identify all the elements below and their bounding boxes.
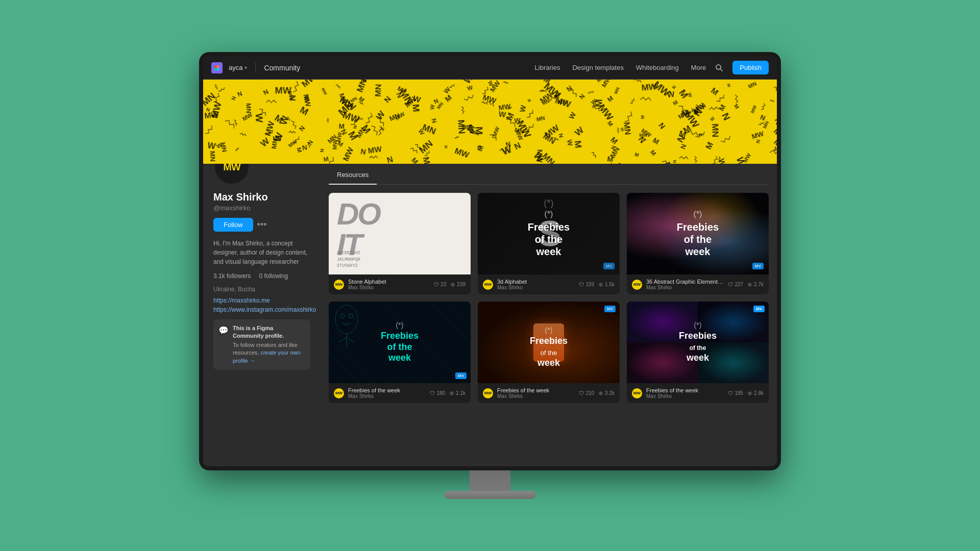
svg-point-11	[451, 392, 453, 394]
card-thumbnail: (*) Freebiesof theweek MV	[478, 302, 620, 383]
resource-card[interactable]: (*) Freebiesof theweek MV MW Freebies of…	[329, 302, 471, 403]
freebies-label: (*) Freebiesof theweek	[329, 302, 471, 383]
nav-links: Libraries Design templates Whiteboarding…	[535, 64, 706, 71]
card-author-avatar: MW	[632, 280, 642, 290]
freebies-label: (*) Freebiesof theweek	[627, 302, 769, 383]
navbar: ayca ▾ Community Libraries Design templa…	[203, 56, 777, 80]
monitor-stand-base	[444, 491, 536, 499]
card-meta: MW Freebies of the week Max Shirko 210	[478, 383, 620, 403]
card-info: Stone Alphabet Max Shirko	[348, 279, 430, 290]
card-thumbnail: (*) Freebiesof theweek MV	[627, 193, 769, 274]
tabs: Resources	[329, 164, 769, 185]
card-stats: 195 2.8k	[728, 390, 764, 396]
freebies-label: (*) Freebiesof theweek	[627, 193, 769, 274]
tab-resources[interactable]: Resources	[329, 166, 377, 185]
nav-divider	[255, 63, 256, 73]
main-content: MW Max Shirko @maxshirko Follow ••• Hi, …	[203, 164, 777, 466]
card-stats: 180 2.1k	[430, 390, 465, 396]
figma-notice: 💬 This is a Figma Community profile. To …	[213, 319, 310, 370]
card-author: Max Shirko	[646, 393, 724, 399]
card-author-avatar: MW	[334, 280, 344, 290]
card-views: 2.7k	[747, 282, 764, 287]
svg-point-2	[452, 284, 454, 285]
profile-name: Max Shirko	[213, 191, 310, 203]
figma-logo	[211, 62, 223, 73]
card-author: Max Shirko	[348, 285, 430, 290]
screen: ayca ▾ Community Libraries Design templa…	[203, 56, 777, 466]
freebies-label: (*) Freebiesof theweek	[478, 302, 620, 383]
svg-point-13	[749, 392, 751, 394]
card-views: 2.1k	[449, 390, 465, 396]
card-likes: 227	[728, 282, 743, 287]
community-nav-label[interactable]: Community	[264, 64, 300, 72]
freebies-label: (*) Freebiesof theweek	[478, 193, 620, 274]
libraries-link[interactable]: Libraries	[535, 64, 560, 71]
card-title: Freebies of the week	[348, 387, 426, 393]
card-views: 3.2k	[598, 390, 615, 396]
card-meta: MW 36 Abstract Graphic Elements... Max S…	[627, 274, 769, 294]
card-title: Freebies of the week	[497, 387, 575, 393]
followers-stat: 3.1k followers	[213, 272, 251, 280]
card-meta: MW Freebies of the week Max Shirko 195	[627, 383, 769, 403]
user-menu[interactable]: ayca ▾	[229, 64, 247, 71]
follow-button[interactable]: Follow	[213, 218, 253, 232]
svg-point-4	[749, 284, 751, 285]
card-thumbnail: (*) Freebiesof theweek MV	[329, 302, 471, 383]
alphabet-display: ABCDEFGHIJKLMNOPQRSTUVWXYZ	[337, 250, 360, 269]
card-likes: 23	[434, 282, 446, 287]
resources-grid: DOIT ABCDEFGHIJKLMNOPQRSTUVWXYZ MW Stone…	[329, 193, 769, 403]
card-author: Max Shirko	[497, 393, 575, 399]
figma-notice-text: This is a Figma Community profile. To fo…	[233, 324, 305, 365]
card-likes: 180	[430, 390, 445, 396]
resource-card[interactable]: (*) Freebiesof theweek MV MW Freebies of…	[478, 302, 620, 403]
profile-location: Ukraine, Bucha	[213, 286, 310, 293]
card-author-avatar: MW	[632, 388, 642, 398]
card-title: Stone Alphabet	[348, 279, 430, 285]
profile-bio: Hi, I'm Max Shirko, a concept designer, …	[213, 239, 310, 266]
card-meta: MW Freebies of the week Max Shirko 180	[329, 383, 471, 403]
whiteboarding-link[interactable]: Whiteboarding	[636, 64, 679, 71]
card-thumbnail: DOIT ABCDEFGHIJKLMNOPQRSTUVWXYZ	[329, 193, 471, 274]
more-options-button[interactable]: •••	[257, 219, 267, 230]
publish-button[interactable]: Publish	[732, 61, 769, 74]
card-stats: 227 2.7k	[728, 282, 764, 287]
profile-website-link[interactable]: https://maxshirko.me	[213, 297, 310, 304]
resource-card[interactable]: (*) Freebiesof theweek MV MW 36 Abstract…	[627, 193, 769, 294]
design-templates-link[interactable]: Design templates	[572, 64, 623, 71]
profile-instagram-link[interactable]: https://www.instagram.com/maxshirko	[213, 306, 310, 313]
profile-actions: Follow •••	[213, 218, 310, 232]
figma-notice-icon: 💬	[218, 325, 229, 335]
card-stats: 23 239	[434, 282, 465, 287]
card-likes: 210	[579, 390, 594, 396]
card-author-avatar: MW	[483, 280, 493, 290]
monitor-stand-neck	[470, 470, 510, 491]
following-stat: 0 following	[259, 272, 288, 280]
profile-handle: @maxshirko	[213, 204, 310, 212]
card-info: Freebies of the week Max Shirko	[646, 387, 724, 399]
svg-line-1	[720, 69, 722, 71]
banner-pattern	[203, 80, 777, 164]
content-area: Resources DOIT ABCDEFGHIJKLMNOPQRSTUVWXY…	[321, 164, 777, 466]
avatar: MW	[213, 164, 250, 185]
card-author: Max Shirko	[646, 285, 724, 290]
card-thumbnail: S (*) MV (*) Freebiesof theweek	[478, 193, 620, 274]
card-info: 3d Alphabet Max Shirko	[497, 279, 575, 290]
card-author-avatar: MW	[334, 388, 344, 398]
card-stats: 210 3.2k	[579, 390, 615, 396]
card-info: Freebies of the week Max Shirko	[497, 387, 575, 399]
search-button[interactable]	[712, 61, 726, 75]
card-thumbnail: (*) Freebiesof theweek MV	[627, 302, 769, 383]
card-title: 36 Abstract Graphic Elements...	[646, 279, 724, 285]
card-likes: 195	[728, 390, 743, 396]
card-author-avatar: MW	[483, 388, 493, 398]
profile-stats: 3.1k followers 0 following	[213, 272, 310, 280]
card-info: Freebies of the week Max Shirko	[348, 387, 426, 399]
resource-card[interactable]: S (*) MV (*) Freebiesof theweek MW	[478, 193, 620, 294]
resource-card[interactable]: DOIT ABCDEFGHIJKLMNOPQRSTUVWXYZ MW Stone…	[329, 193, 471, 294]
card-views: 1.5k	[598, 282, 615, 287]
svg-point-12	[600, 392, 602, 394]
more-link[interactable]: More	[691, 64, 706, 71]
resource-card[interactable]: (*) Freebiesof theweek MV MW Freebies of…	[627, 302, 769, 403]
chevron-down-icon: ▾	[244, 65, 247, 70]
username-label: ayca	[229, 64, 242, 71]
